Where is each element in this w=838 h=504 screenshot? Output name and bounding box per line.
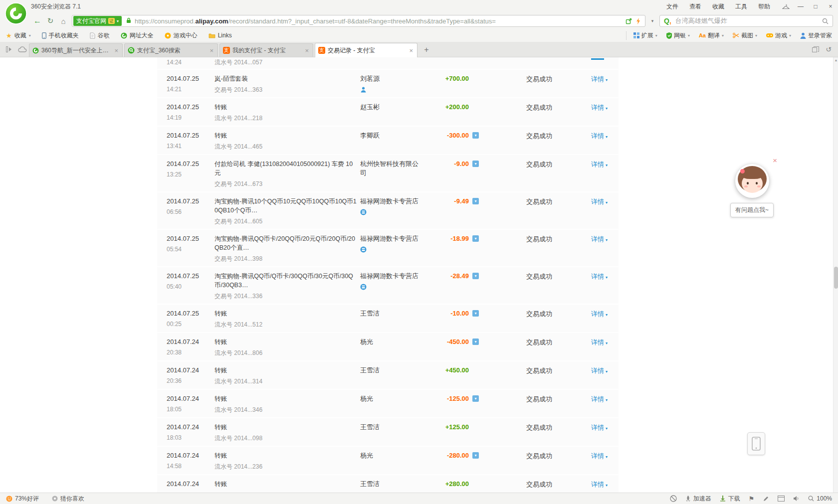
tx-detail-link[interactable]: 详情▾ — [591, 273, 608, 280]
bookmark-game-center[interactable]: 游戏中心 — [165, 31, 198, 40]
tx-detail-link[interactable]: 详情▾ — [591, 395, 608, 403]
tx-detail-link[interactable]: 详情▾ — [591, 310, 608, 318]
menu-tools[interactable]: 工具 — [735, 2, 747, 11]
rating-item[interactable]: 73%好评 — [6, 495, 39, 503]
amount-filter-icon[interactable]: ▾ — [472, 273, 479, 279]
menu-file[interactable]: 文件 — [666, 2, 678, 11]
zoom-control[interactable]: 100% — [808, 495, 832, 502]
download-item[interactable]: 下载 — [720, 495, 740, 503]
tab-360-nav[interactable]: 360导航_新一代安全上网导航 × — [29, 43, 123, 57]
360-search-icon — [128, 47, 135, 54]
speaker-icon[interactable] — [793, 496, 800, 502]
scroll-up-icon[interactable]: ▲ — [834, 58, 838, 64]
tab-360-search[interactable]: 支付宝_360搜索 × — [124, 43, 218, 57]
ad-filter-icon[interactable] — [670, 495, 677, 502]
verified-site-badge[interactable]: 支付宝官网 证 ▾ — [73, 16, 122, 26]
tx-party: 王雪洁 — [360, 480, 424, 489]
accelerator-item[interactable]: 加速器 — [685, 495, 711, 503]
back-button[interactable]: ← — [31, 14, 44, 27]
search-icon[interactable] — [822, 18, 829, 24]
skin-icon[interactable] — [778, 0, 793, 12]
amount-filter-icon[interactable]: ▾ — [472, 395, 479, 402]
tool-games[interactable]: 游戏 ▾ — [766, 31, 791, 40]
cloud-sync-icon[interactable] — [16, 43, 28, 55]
amount-filter-icon[interactable]: ▾ — [472, 198, 479, 204]
lock-icon — [126, 16, 131, 25]
assistant-avatar[interactable] — [735, 164, 769, 198]
close-button[interactable]: × — [823, 0, 838, 12]
tx-party: 王雪洁 — [360, 309, 424, 318]
guess-you-like-item[interactable]: 猜你喜欢 — [52, 495, 84, 503]
bookmark-favorites[interactable]: ★ 收藏 ▾ — [6, 31, 31, 40]
flag-icon[interactable]: ⚑ — [749, 495, 755, 503]
address-dropdown-icon[interactable]: ▾ — [647, 18, 657, 23]
tx-detail-link[interactable] — [591, 58, 604, 60]
browser-logo-icon[interactable] — [5, 2, 27, 24]
tx-title-cell: 付款给司机 李健(1310820040105000921) 车费 10元交易号 … — [214, 160, 360, 188]
reopen-closed-tab-icon[interactable]: ↺ — [823, 43, 835, 55]
tx-detail-link[interactable]: 详情▾ — [591, 424, 608, 431]
scrollbar-thumb[interactable] — [834, 267, 838, 289]
amount-filter-icon[interactable]: ▾ — [472, 161, 479, 167]
tx-detail-link[interactable]: 详情▾ — [591, 367, 608, 374]
minimize-button[interactable]: — — [793, 0, 808, 12]
tx-detail-link[interactable]: 详情▾ — [591, 198, 608, 205]
tool-translate[interactable]: Aa 翻译 ▾ — [699, 31, 724, 40]
tx-detail-link[interactable]: 详情▾ — [591, 338, 608, 346]
tx-amount: +200.00 — [445, 103, 469, 111]
tab-list-icon[interactable] — [810, 43, 822, 55]
tab-close-icon[interactable]: × — [113, 47, 119, 54]
tool-screenshot[interactable]: 截图 ▾ — [733, 31, 757, 40]
amount-filter-icon[interactable]: ▾ — [472, 452, 479, 459]
address-bar[interactable]: 支付宝官网 证 ▾ https://consumeprod.alipay.com… — [72, 15, 645, 27]
bookmark-links-folder[interactable]: Links — [209, 32, 232, 39]
tab-my-alipay[interactable]: 支 我的支付宝 - 支付宝 × — [219, 43, 313, 57]
tx-amount: +700.00 — [445, 74, 469, 83]
menu-view[interactable]: 查看 — [689, 2, 701, 11]
tab-transaction-records[interactable]: 支 交易记录 - 支付宝 × — [315, 43, 418, 57]
pen-icon[interactable] — [763, 496, 769, 502]
search-box[interactable]: Q, 台湾高雄燃气爆炸 — [659, 15, 833, 27]
bookmark-google[interactable]: 谷歌 — [90, 31, 110, 40]
amount-filter-icon[interactable]: ▾ — [472, 338, 479, 345]
detail-caret-icon: ▾ — [606, 106, 608, 111]
sidebar-toggle-icon[interactable] — [3, 43, 15, 55]
amount-filter-icon[interactable]: ▾ — [472, 310, 479, 317]
tx-detail-cell: 详情▾ — [571, 394, 619, 414]
refresh-button[interactable]: ↻ — [44, 14, 57, 27]
tab-close-icon[interactable]: × — [304, 47, 310, 54]
tx-detail-link[interactable]: 详情▾ — [591, 75, 608, 83]
vertical-scrollbar[interactable]: ▲ — [833, 57, 838, 493]
send-to-phone-button[interactable] — [747, 432, 765, 455]
tool-extensions[interactable]: 扩展 ▾ — [633, 31, 657, 40]
tx-title: 转账 — [214, 394, 357, 403]
share-icon[interactable] — [626, 18, 632, 24]
detail-caret-icon: ▾ — [606, 455, 608, 459]
tool-online-banking[interactable]: 网银 ▾ — [666, 31, 690, 40]
menu-favorites[interactable]: 收藏 — [712, 2, 724, 11]
tab-close-icon[interactable]: × — [408, 47, 414, 54]
tx-detail-link[interactable]: 详情▾ — [591, 235, 608, 243]
bookmark-site-directory[interactable]: 网址大全 — [121, 31, 154, 40]
new-tab-button[interactable]: + — [420, 44, 433, 55]
tx-date: 2014.07.25 — [167, 234, 214, 243]
assistant-close-icon[interactable]: × — [773, 157, 777, 164]
tab-close-icon[interactable]: × — [209, 47, 214, 54]
tx-detail-link[interactable]: 详情▾ — [591, 161, 608, 168]
bookmark-mobile-favorites[interactable]: 手机收藏夹 — [42, 31, 79, 40]
tx-detail-link[interactable]: 详情▾ — [591, 481, 608, 488]
tx-detail-link[interactable]: 详情▾ — [591, 104, 608, 111]
amount-filter-icon[interactable]: ▾ — [472, 132, 479, 139]
window-icon[interactable] — [778, 496, 785, 502]
home-button[interactable]: ⌂ — [57, 14, 70, 27]
search-input[interactable]: 台湾高雄燃气爆炸 — [675, 16, 822, 25]
tx-date: 2014.07.24 — [167, 451, 214, 460]
tx-detail-link[interactable]: 详情▾ — [591, 452, 608, 460]
tx-date-cell: 2014.07.2418:03 — [157, 423, 214, 442]
maximize-button[interactable]: □ — [808, 0, 823, 12]
tx-detail-link[interactable]: 详情▾ — [591, 132, 608, 140]
tool-login-manager[interactable]: 登录管家 — [800, 31, 832, 40]
amount-filter-icon[interactable]: ▾ — [472, 235, 479, 242]
speed-mode-icon[interactable] — [636, 18, 641, 24]
menu-help[interactable]: 帮助 — [758, 2, 770, 11]
